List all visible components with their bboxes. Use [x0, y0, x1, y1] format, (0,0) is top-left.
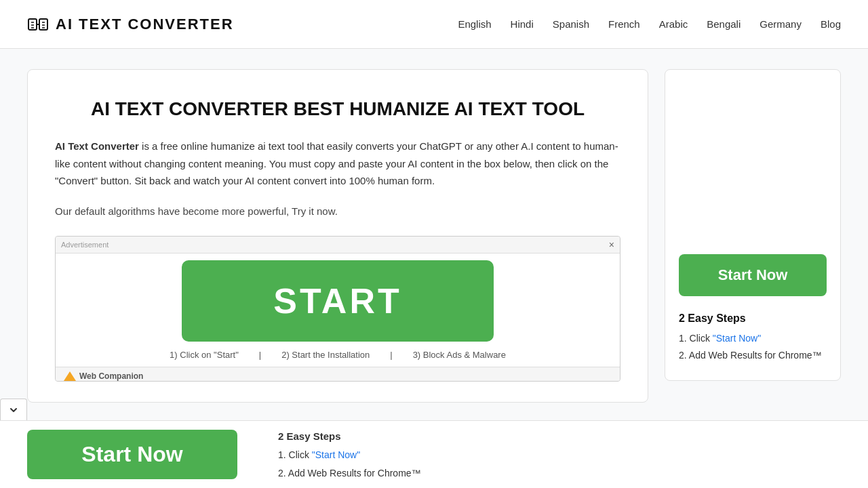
ad-close-button[interactable]: ×: [609, 239, 614, 250]
wc-logo: Web Companion: [64, 371, 143, 381]
nav-hindi[interactable]: Hindi: [511, 18, 534, 30]
ad-divider2: |: [390, 350, 392, 360]
sidebar-step1-text: 1. Click: [679, 333, 713, 344]
ad-top-bar: Advertisement ×: [56, 237, 620, 253]
ad-divider1: |: [259, 350, 261, 360]
sidebar-steps-title: 2 Easy Steps: [679, 312, 827, 325]
sidebar-card: Start Now 2 Easy Steps 1. Click "Start N…: [665, 69, 841, 381]
sidebar-step1: 1. Click "Start Now": [679, 330, 827, 347]
page-wrapper: AI TEXT CONVERTER BEST HUMANIZE AI TEXT …: [0, 49, 868, 423]
nav-arabic[interactable]: Arabic: [659, 18, 688, 30]
header: AI TEXT CONVERTER English Hindi Spanish …: [0, 0, 868, 49]
logo-title: AI TEXT CONVERTER: [56, 16, 234, 33]
sidebar-top: [679, 86, 827, 254]
ad-content[interactable]: START 1) Click on "Start" | 2) Start the…: [56, 253, 620, 367]
sidebar: Start Now 2 Easy Steps 1. Click "Start N…: [665, 69, 841, 403]
sidebar-start-now-button[interactable]: Start Now: [679, 254, 827, 296]
ad-banner: Advertisement × START 1) Click on "Start…: [55, 236, 620, 382]
ad-footer: Web Companion: [56, 367, 620, 382]
sidebar-step1-link[interactable]: "Start Now": [713, 333, 761, 344]
ad-label: Advertisement: [61, 241, 108, 249]
bottom-banner: Start Now 2 Easy Steps 1. Click "Start N…: [0, 420, 868, 423]
ad-step1: 1) Click on "Start": [170, 350, 239, 360]
ad-step2: 2) Start the Installation: [281, 350, 370, 360]
nav-blog[interactable]: Blog: [821, 18, 841, 30]
logo-area: AI TEXT CONVERTER: [27, 14, 234, 35]
page-title: AI TEXT CONVERTER BEST HUMANIZE AI TEXT …: [55, 97, 620, 121]
ad-steps: 1) Click on "Start" | 2) Start the Insta…: [170, 350, 506, 360]
main-nav: English Hindi Spanish French Arabic Beng…: [458, 18, 841, 30]
nav-spanish[interactable]: Spanish: [553, 18, 589, 30]
nav-english[interactable]: English: [458, 18, 491, 30]
sidebar-bottom: 2 Easy Steps 1. Click "Start Now" 2. Add…: [679, 312, 827, 364]
sidebar-step2: 2. Add Web Results for Chrome™: [679, 347, 827, 364]
sidebar-steps-list: 1. Click "Start Now" 2. Add Web Results …: [679, 330, 827, 364]
main-content: AI TEXT CONVERTER BEST HUMANIZE AI TEXT …: [27, 69, 648, 403]
brand-name: AI Text Converter: [55, 140, 139, 152]
chevron-down-icon: [8, 405, 19, 415]
ad-green-box: START: [182, 260, 494, 342]
ad-step3: 3) Block Ads & Malware: [413, 350, 506, 360]
main-description: AI Text Converter is a free online human…: [55, 138, 620, 190]
sub-description: Our default algorithms have become more …: [55, 203, 620, 220]
nav-bengali[interactable]: Bengali: [707, 18, 741, 30]
chevron-toggle[interactable]: [0, 399, 27, 420]
nav-french[interactable]: French: [608, 18, 640, 30]
logo-icon: [27, 14, 49, 35]
description-rest: is a free online humanize ai text tool t…: [55, 140, 618, 186]
nav-germany[interactable]: Germany: [760, 18, 802, 30]
wc-icon: [64, 371, 76, 381]
wc-brand: Web Companion: [79, 371, 143, 381]
ad-start-text: START: [273, 281, 401, 321]
